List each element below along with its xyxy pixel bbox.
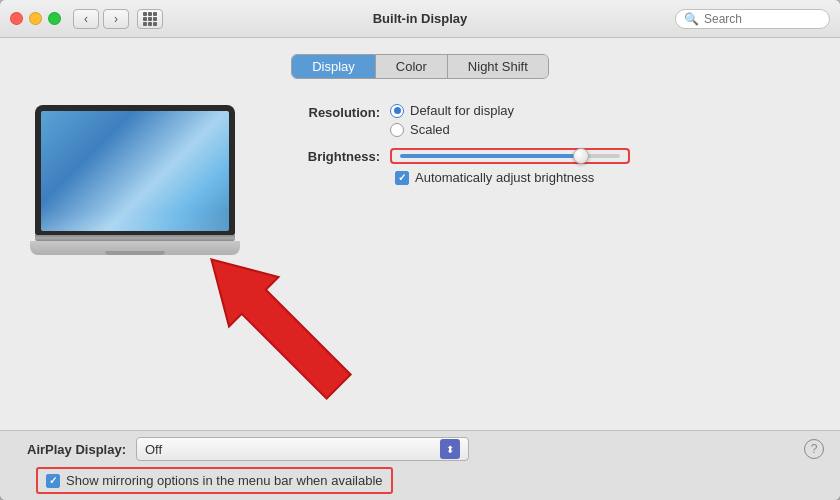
forward-icon: ›	[114, 12, 118, 26]
resolution-scaled-radio[interactable]	[390, 123, 404, 137]
titlebar: ‹ › Built-in Display 🔍	[0, 0, 840, 38]
show-mirroring-checkbox[interactable]	[46, 474, 60, 488]
tab-nightshift[interactable]: Night Shift	[448, 55, 548, 78]
settings-area: Resolution: Default for display Scaled	[280, 95, 820, 430]
back-button[interactable]: ‹	[73, 9, 99, 29]
brightness-highlight-box	[390, 148, 630, 164]
show-mirroring-row: Show mirroring options in the menu bar w…	[36, 467, 393, 494]
back-icon: ‹	[84, 12, 88, 26]
help-button[interactable]: ?	[804, 439, 824, 459]
search-box[interactable]: 🔍	[675, 9, 830, 29]
tabs: Display Color Night Shift	[291, 54, 549, 79]
airplay-chevron-icon: ⬍	[440, 439, 460, 459]
resolution-default-option[interactable]: Default for display	[390, 103, 514, 118]
brightness-slider-track	[400, 154, 620, 158]
resolution-scaled-option[interactable]: Scaled	[390, 122, 514, 137]
laptop-area	[20, 95, 250, 430]
brightness-slider-thumb[interactable]	[573, 148, 589, 164]
close-button[interactable]	[10, 12, 23, 25]
tab-color[interactable]: Color	[376, 55, 448, 78]
tab-display[interactable]: Display	[292, 55, 376, 78]
main-panel: Resolution: Default for display Scaled	[20, 95, 820, 430]
resolution-row: Resolution: Default for display Scaled	[280, 103, 820, 137]
resolution-radio-group: Default for display Scaled	[390, 103, 514, 137]
grid-view-button[interactable]	[137, 9, 163, 29]
system-preferences-window: ‹ › Built-in Display 🔍 Display Color	[0, 0, 840, 500]
tabs-container: Display Color Night Shift	[20, 54, 820, 79]
search-icon: 🔍	[684, 12, 699, 26]
laptop-image	[35, 105, 235, 255]
nav-buttons: ‹ ›	[73, 9, 129, 29]
airplay-row: AirPlay Display: Off ⬍ ?	[16, 437, 824, 461]
airplay-value: Off	[145, 442, 162, 457]
resolution-scaled-label: Scaled	[410, 122, 450, 137]
auto-brightness-checkbox[interactable]	[395, 171, 409, 185]
forward-button[interactable]: ›	[103, 9, 129, 29]
traffic-lights	[10, 12, 61, 25]
brightness-row: Brightness:	[280, 147, 820, 164]
maximize-button[interactable]	[48, 12, 61, 25]
resolution-label: Resolution:	[280, 103, 390, 120]
grid-icon	[143, 12, 157, 26]
search-input[interactable]	[704, 12, 821, 26]
bottom-bar: AirPlay Display: Off ⬍ ? Show mirroring …	[0, 430, 840, 500]
window-title: Built-in Display	[373, 11, 468, 26]
brightness-label: Brightness:	[280, 147, 390, 164]
minimize-button[interactable]	[29, 12, 42, 25]
resolution-default-radio[interactable]	[390, 104, 404, 118]
auto-brightness-label: Automatically adjust brightness	[415, 170, 594, 185]
airplay-select[interactable]: Off ⬍	[136, 437, 469, 461]
content-area: Display Color Night Shift	[0, 38, 840, 430]
airplay-label: AirPlay Display:	[16, 442, 126, 457]
auto-brightness-row: Automatically adjust brightness	[395, 170, 820, 185]
resolution-default-label: Default for display	[410, 103, 514, 118]
show-mirroring-label: Show mirroring options in the menu bar w…	[66, 473, 383, 488]
